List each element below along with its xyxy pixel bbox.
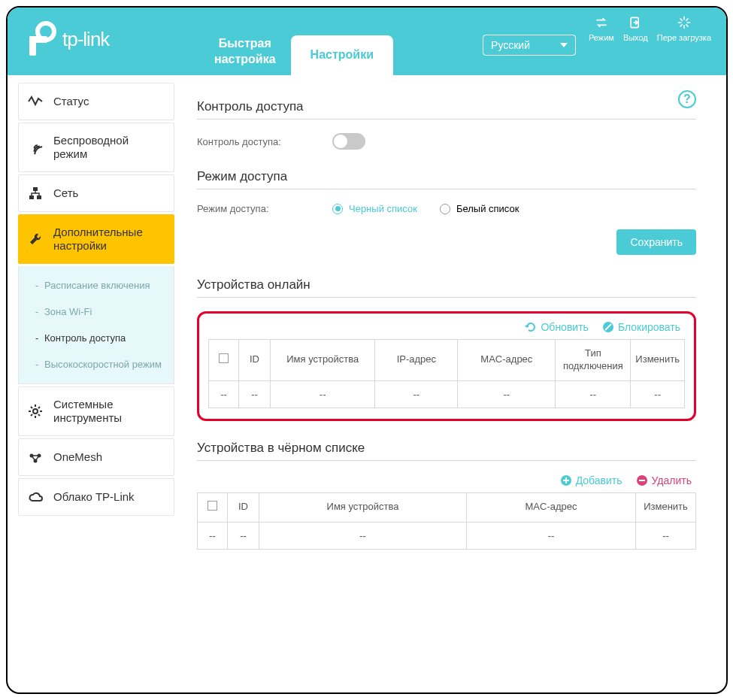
tab-quick-setup[interactable]: Быстрая настройка: [199, 29, 291, 75]
tab-settings[interactable]: Настройки: [291, 35, 393, 75]
body: Статус Беспроводной режим Сеть Дополните…: [8, 75, 726, 692]
block-icon: [602, 321, 614, 333]
section-access-control: Контроль доступа Контроль доступа:: [197, 99, 696, 150]
cloud-icon: [28, 489, 43, 505]
submenu-schedule[interactable]: Расписание включения: [19, 272, 174, 298]
sidebar: Статус Беспроводной режим Сеть Дополните…: [8, 75, 174, 692]
section-online-devices: Устройства онлайн Обновить Блокировать: [197, 277, 696, 421]
top-right-buttons: Режим Выход Пере загрузка: [587, 12, 713, 45]
svg-line-10: [680, 25, 682, 26]
top-tabs: Быстрая настройка Настройки: [199, 8, 393, 75]
section-access-mode: Режим доступа Режим доступа: Черный спис…: [197, 169, 696, 255]
logo-icon: [26, 21, 58, 57]
radio-blacklist[interactable]: Черный список: [332, 203, 417, 214]
onemesh-icon: [28, 450, 43, 465]
refresh-button[interactable]: Обновить: [525, 321, 588, 333]
online-devices-highlight: Обновить Блокировать ID Имя устройства I: [197, 311, 696, 421]
access-mode-label: Режим доступа:: [197, 203, 332, 214]
wifi-icon: [28, 140, 43, 155]
svg-line-8: [680, 19, 682, 20]
menu-system-tools[interactable]: Системные инструменты: [18, 386, 174, 436]
menu-status[interactable]: Статус: [18, 83, 174, 120]
svg-rect-14: [37, 195, 41, 199]
help-button[interactable]: ?: [678, 90, 696, 108]
online-devices-table: ID Имя устройства IP-адрес MAC-адрес Тип…: [208, 339, 685, 408]
add-button[interactable]: Добавить: [560, 474, 622, 486]
brand-logo: tp-link: [26, 21, 109, 57]
section-title: Режим доступа: [197, 169, 696, 184]
section-title: Устройства онлайн: [197, 277, 696, 292]
delete-button[interactable]: Удалить: [636, 474, 692, 486]
access-control-toggle[interactable]: [332, 133, 365, 150]
language-value: Русский: [491, 39, 530, 51]
svg-rect-12: [33, 187, 38, 191]
select-all-checkbox[interactable]: [219, 353, 229, 363]
reboot-icon: [677, 15, 692, 30]
table-header-row: ID Имя устройства IP-адрес MAC-адрес Тип…: [209, 340, 685, 381]
mode-button[interactable]: Режим: [587, 12, 616, 45]
status-icon: [28, 94, 43, 109]
logout-button[interactable]: Выход: [622, 12, 650, 45]
top-bar: tp-link Быстрая настройка Настройки Русс…: [8, 8, 726, 75]
logout-icon: [628, 15, 643, 30]
table-row: -- -- -- -- --: [198, 522, 696, 549]
network-icon: [28, 186, 43, 201]
refresh-icon: [525, 321, 537, 333]
minus-icon: [636, 474, 648, 486]
save-button[interactable]: Сохранить: [616, 229, 696, 255]
chevron-down-icon: [560, 43, 568, 47]
table-header-row: ID Имя устройства MAC-адрес Изменить: [198, 492, 696, 522]
menu-advanced[interactable]: Дополнительные настройки: [18, 214, 174, 264]
section-blacklist-devices: Устройства в чёрном списке Добавить Удал…: [197, 441, 696, 550]
svg-line-9: [686, 25, 688, 26]
mode-icon: [594, 15, 609, 30]
block-button[interactable]: Блокировать: [602, 321, 680, 333]
access-control-label: Контроль доступа:: [197, 136, 332, 147]
submenu: Расписание включения Зона Wi-Fi Контроль…: [18, 266, 174, 384]
menu-wireless[interactable]: Беспроводной режим: [18, 123, 174, 172]
plus-icon: [560, 474, 572, 486]
radio-dot-icon: [332, 204, 343, 214]
select-all-checkbox[interactable]: [207, 501, 217, 511]
svg-rect-2: [29, 36, 47, 43]
svg-line-11: [686, 19, 688, 20]
menu-onemesh[interactable]: OneMesh: [18, 438, 174, 476]
blacklist-table: ID Имя устройства MAC-адрес Изменить -- …: [197, 492, 696, 550]
radio-dot-icon: [440, 204, 450, 214]
submenu-access-control[interactable]: Контроль доступа: [19, 325, 174, 351]
language-select[interactable]: Русский: [483, 35, 576, 56]
section-title: Устройства в чёрном списке: [197, 441, 696, 456]
app-frame: tp-link Быстрая настройка Настройки Русс…: [6, 6, 728, 694]
wrench-icon: [28, 232, 43, 247]
brand-text: tp-link: [62, 28, 109, 51]
radio-whitelist[interactable]: Белый список: [440, 203, 519, 214]
svg-point-15: [33, 409, 38, 414]
reboot-button[interactable]: Пере загрузка: [656, 12, 713, 45]
submenu-wifi-zone[interactable]: Зона Wi-Fi: [19, 298, 174, 325]
submenu-high-speed[interactable]: Высокоскоростной режим: [19, 351, 174, 377]
table-row: -- -- -- -- -- -- --: [209, 380, 685, 408]
gear-icon: [28, 404, 43, 419]
menu-cloud[interactable]: Облако TP-Link: [18, 478, 174, 516]
content: ? Контроль доступа Контроль доступа: Реж…: [174, 75, 726, 692]
menu-network[interactable]: Сеть: [18, 174, 174, 212]
section-title: Контроль доступа: [197, 99, 696, 114]
svg-rect-13: [29, 195, 34, 199]
